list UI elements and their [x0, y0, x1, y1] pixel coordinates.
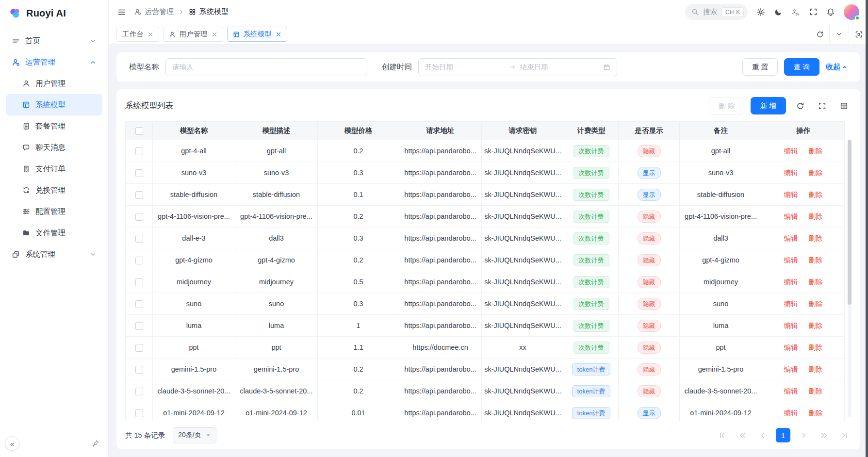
column-settings-button[interactable]: [836, 98, 852, 114]
refresh-page-button[interactable]: [810, 24, 829, 44]
chevron-up-icon: [89, 59, 97, 66]
sidebar-item-system-model[interactable]: 系统模型: [6, 94, 102, 115]
edit-link[interactable]: 编辑: [784, 191, 798, 198]
content-fullscreen-button[interactable]: [849, 24, 868, 44]
table-fullscreen-button[interactable]: [814, 98, 830, 114]
row-checkbox[interactable]: [135, 322, 143, 330]
edit-link[interactable]: 编辑: [784, 256, 798, 264]
edit-link[interactable]: 编辑: [784, 169, 798, 177]
query-button[interactable]: 查 询: [784, 58, 819, 76]
next-page-button[interactable]: [796, 428, 811, 442]
visibility-badge: 隐藏: [638, 145, 661, 157]
edit-link[interactable]: 编辑: [784, 387, 798, 395]
sidebar-item-system-management[interactable]: 系统管理: [6, 244, 102, 265]
row-checkbox[interactable]: [135, 147, 143, 155]
breadcrumb-item-system-model[interactable]: 系统模型: [189, 7, 229, 16]
sidebar-item-user-management[interactable]: 用户管理: [6, 73, 102, 94]
tab-user-management[interactable]: 用户管理: [163, 27, 223, 42]
table-panel: 系统模型列表 删 除 新 增: [116, 89, 860, 449]
edit-link[interactable]: 编辑: [784, 300, 798, 308]
cell-model-price: 0.3: [318, 162, 399, 184]
prev-page-button[interactable]: [755, 428, 770, 442]
close-icon[interactable]: [212, 32, 217, 37]
row-checkbox[interactable]: [135, 169, 143, 177]
table-scrollbar-thumb[interactable]: [848, 140, 852, 305]
row-checkbox[interactable]: [135, 278, 143, 286]
user-avatar[interactable]: [844, 4, 859, 20]
breadcrumb-item-operations[interactable]: 运营管理: [134, 7, 174, 16]
batch-delete-button[interactable]: 删 除: [709, 97, 744, 114]
reset-button[interactable]: 重 置: [742, 58, 778, 76]
last-page-button[interactable]: [837, 428, 852, 442]
delete-link[interactable]: 删除: [809, 343, 823, 351]
page-size-select[interactable]: 20条/页: [173, 427, 216, 443]
edit-link[interactable]: 编辑: [784, 322, 798, 329]
delete-link[interactable]: 删除: [809, 169, 823, 177]
fullscreen-button[interactable]: [809, 8, 818, 16]
sidebar-item-chat-messages[interactable]: 聊天消息: [6, 137, 102, 158]
row-checkbox[interactable]: [135, 409, 143, 417]
delete-link[interactable]: 删除: [809, 322, 823, 329]
row-checkbox[interactable]: [135, 300, 143, 308]
edit-link[interactable]: 编辑: [784, 343, 798, 351]
sidebar-item-home[interactable]: 首页: [6, 30, 102, 51]
edit-link[interactable]: 编辑: [784, 278, 798, 286]
row-checkbox[interactable]: [135, 366, 143, 374]
row-checkbox[interactable]: [135, 235, 143, 243]
global-search[interactable]: 搜索 Ctrl K: [685, 4, 748, 20]
theme-toggle-button[interactable]: [774, 8, 783, 16]
pin-sidebar-button[interactable]: [92, 440, 99, 447]
sidebar-item-exchange-management[interactable]: 兑换管理: [6, 180, 102, 201]
row-checkbox[interactable]: [135, 257, 143, 264]
page-scrollbar[interactable]: [866, 0, 868, 457]
notifications-button[interactable]: [826, 8, 835, 16]
delete-link[interactable]: 删除: [809, 256, 823, 264]
edit-link[interactable]: 编辑: [784, 234, 798, 242]
row-checkbox[interactable]: [135, 344, 143, 352]
sidebar-item-package-management[interactable]: 套餐管理: [6, 115, 102, 137]
first-page-button[interactable]: [715, 428, 729, 442]
page-1-button[interactable]: 1: [776, 428, 790, 442]
close-icon[interactable]: [147, 32, 153, 37]
sidebar-item-payment-orders[interactable]: 支付订单: [6, 158, 102, 180]
settings-button[interactable]: [756, 8, 765, 16]
delete-link[interactable]: 删除: [809, 409, 823, 417]
delete-link[interactable]: 删除: [809, 387, 823, 395]
next-5-pages-button[interactable]: [817, 428, 831, 442]
delete-link[interactable]: 删除: [809, 191, 823, 198]
delete-link[interactable]: 删除: [809, 300, 823, 308]
prev-5-pages-button[interactable]: [735, 428, 750, 442]
close-icon[interactable]: [276, 32, 281, 37]
sidebar-item-config-management[interactable]: 配置管理: [6, 201, 102, 222]
date-range-picker[interactable]: 开始日期 结束日期: [418, 58, 617, 76]
tab-system-model[interactable]: 系统模型: [227, 27, 287, 42]
delete-link[interactable]: 删除: [809, 365, 823, 373]
menu-toggle-button[interactable]: [117, 8, 126, 16]
app-logo[interactable]: Ruoyi AI: [0, 0, 108, 26]
edit-link[interactable]: 编辑: [784, 365, 798, 373]
delete-link[interactable]: 删除: [809, 212, 823, 220]
add-button[interactable]: 新 增: [751, 97, 786, 114]
exchange-icon: [22, 186, 30, 194]
language-button[interactable]: 文A: [791, 7, 801, 16]
delete-link[interactable]: 删除: [809, 234, 823, 242]
row-checkbox[interactable]: [135, 191, 143, 199]
delete-link[interactable]: 删除: [809, 278, 823, 286]
row-checkbox[interactable]: [135, 388, 143, 395]
refresh-table-button[interactable]: [792, 98, 808, 114]
sidebar-item-file-management[interactable]: 文件管理: [6, 222, 102, 244]
model-name-input[interactable]: [165, 58, 367, 76]
table-scrollbar[interactable]: [848, 140, 852, 417]
edit-link[interactable]: 编辑: [784, 212, 798, 220]
edit-link[interactable]: 编辑: [784, 147, 798, 155]
tab-workbench[interactable]: 工作台: [116, 27, 159, 42]
select-all-checkbox[interactable]: [135, 127, 143, 135]
edit-link[interactable]: 编辑: [784, 409, 798, 417]
tabs-menu-button[interactable]: [829, 24, 849, 44]
sidebar-collapse-button[interactable]: «: [5, 436, 19, 451]
row-checkbox[interactable]: [135, 213, 143, 221]
collapse-filter-link[interactable]: 收起: [826, 63, 848, 72]
delete-link[interactable]: 删除: [809, 147, 823, 155]
cell-remark: dall3: [680, 228, 762, 249]
sidebar-item-operations[interactable]: 运营管理: [6, 51, 102, 73]
